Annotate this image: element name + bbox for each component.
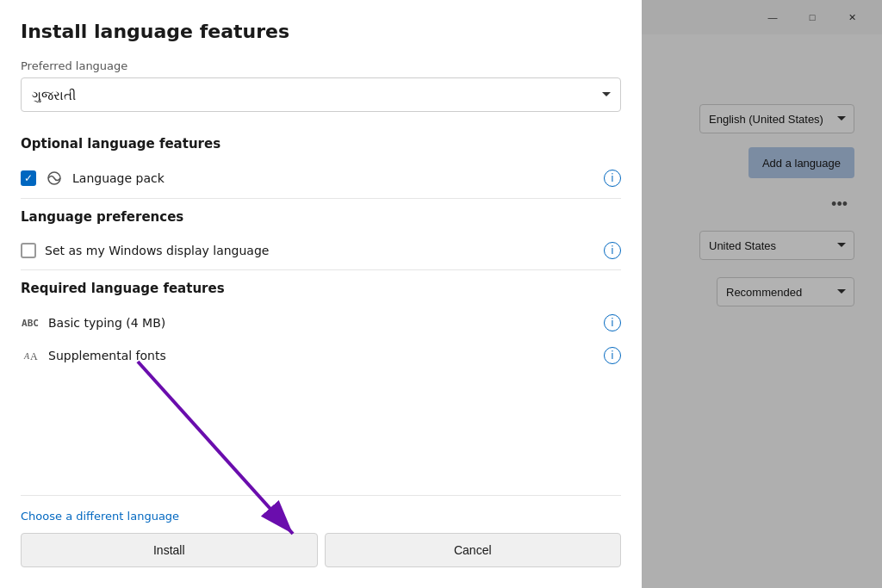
language-pack-icon — [45, 169, 64, 188]
install-language-modal: Install language features Preferred lang… — [0, 0, 642, 588]
basic-typing-row: ABC Basic typing (4 MB) i — [21, 306, 621, 339]
modal-title: Install language features — [21, 21, 621, 42]
display-language-checkbox[interactable] — [21, 243, 36, 258]
divider-1 — [21, 198, 621, 199]
language-pack-row: ✓ Language pack i — [21, 162, 621, 195]
required-section-heading: Required language features — [21, 281, 621, 296]
language-pack-info[interactable]: i — [604, 170, 621, 187]
divider-2 — [21, 269, 621, 270]
display-language-row: Set as my Windows display language i — [21, 235, 621, 266]
svg-text:A: A — [23, 351, 30, 361]
language-pack-label: Language pack — [72, 171, 595, 185]
preferred-language-label: Preferred language — [21, 59, 621, 72]
supplemental-fonts-info[interactable]: i — [604, 347, 621, 364]
install-button[interactable]: Install — [21, 533, 318, 567]
language-pack-checkbox[interactable]: ✓ — [21, 170, 36, 186]
basic-typing-icon: ABC — [21, 313, 40, 332]
cancel-button[interactable]: Cancel — [325, 533, 622, 567]
choose-different-language-link[interactable]: Choose a different language — [21, 510, 621, 523]
optional-section-heading: Optional language features — [21, 136, 621, 152]
modal-buttons: Install Cancel — [21, 533, 621, 567]
svg-text:A: A — [30, 350, 38, 362]
display-language-info[interactable]: i — [604, 242, 621, 259]
supplemental-fonts-icon: A A — [21, 346, 40, 365]
language-preferences-heading: Language preferences — [21, 209, 621, 225]
modal-footer: Choose a different language Install Canc… — [21, 495, 621, 567]
supplemental-fonts-label: Supplemental fonts — [48, 349, 595, 362]
language-dropdown[interactable]: ગુજરાતી — [21, 77, 621, 112]
set-display-language-label: Set as my Windows display language — [45, 244, 595, 257]
supplemental-fonts-row: A A Supplemental fonts i — [21, 339, 621, 372]
basic-typing-label: Basic typing (4 MB) — [48, 316, 595, 330]
basic-typing-info[interactable]: i — [604, 314, 621, 331]
